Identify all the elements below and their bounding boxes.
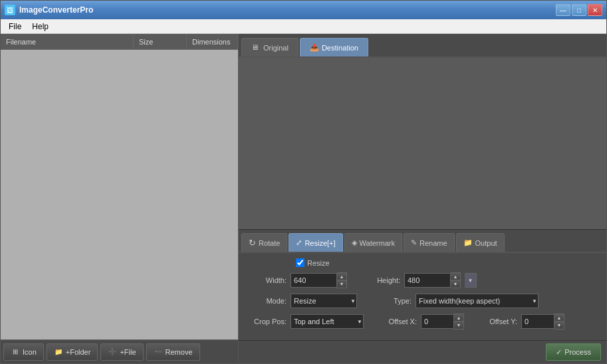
- watermark-icon: [352, 238, 357, 247]
- offset-x-label: Offset X:: [377, 318, 417, 325]
- offset-x-spinner: ▲ ▼: [421, 314, 464, 329]
- width-height-row: Width: ▲ ▼ Height: ▲ ▼: [247, 272, 598, 288]
- icon-view-button[interactable]: ⊞ Icon: [3, 343, 44, 361]
- width-spinner: ▲ ▼: [291, 272, 347, 288]
- close-button[interactable]: ✕: [588, 4, 602, 16]
- preview-tab-bar: Original Destination: [239, 34, 606, 58]
- minimize-button[interactable]: —: [556, 4, 570, 16]
- offset-y-input[interactable]: [521, 314, 554, 329]
- window-controls: — □ ✕: [556, 4, 602, 16]
- preview-area: [239, 58, 606, 229]
- remove-icon: ➖: [154, 347, 163, 357]
- tab-output[interactable]: Output: [456, 233, 505, 252]
- type-select-container: Fixed width(keep aspect) Fixed height(ke…: [416, 294, 539, 308]
- menu-file[interactable]: File: [3, 21, 27, 33]
- menu-help[interactable]: Help: [27, 21, 54, 33]
- main-content: Filename Size Dimensions ⊞ Icon 📁 +Folde…: [1, 34, 606, 363]
- crop-pos-label: Crop Pos:: [247, 318, 287, 325]
- grid-icon: ⊞: [11, 347, 20, 357]
- app-icon: 🖼: [5, 5, 15, 15]
- crop-pos-select[interactable]: Top and Left Top Center Top Right Center…: [291, 314, 364, 329]
- height-spinner-buttons: ▲ ▼: [451, 272, 461, 288]
- maximize-button[interactable]: □: [572, 4, 586, 16]
- crop-pos-select-container: Top and Left Top Center Top Right Center…: [291, 314, 364, 329]
- offset-y-down-button[interactable]: ▼: [554, 321, 564, 329]
- output-icon: [463, 238, 473, 247]
- mode-select[interactable]: Resize Crop Fit Stretch: [291, 294, 357, 308]
- col-header-dimensions: Dimensions: [187, 34, 238, 49]
- remove-button[interactable]: ➖ Remove: [146, 343, 200, 361]
- col-header-size: Size: [134, 34, 187, 49]
- offset-y-spinner: ▲ ▼: [521, 314, 564, 329]
- tab-watermark[interactable]: Watermark: [344, 233, 402, 252]
- width-down-button[interactable]: ▼: [337, 280, 346, 288]
- crop-offset-row: Crop Pos: Top and Left Top Center Top Ri…: [247, 314, 598, 329]
- rename-icon: [411, 238, 417, 247]
- offset-x-down-button[interactable]: ▼: [454, 321, 463, 329]
- rotate-icon: [249, 238, 256, 248]
- bottom-toolbar: ⊞ Icon 📁 +Folder ➕ +File ➖ Remove: [1, 339, 238, 363]
- tab-resize[interactable]: Resize[+]: [289, 233, 342, 252]
- upload-icon: [310, 43, 319, 52]
- offset-y-up-button[interactable]: ▲: [554, 314, 564, 321]
- height-up-button[interactable]: ▲: [451, 273, 460, 280]
- tab-rotate[interactable]: Rotate: [241, 233, 287, 252]
- tab-original[interactable]: Original: [241, 38, 299, 56]
- file-add-icon: ➕: [108, 347, 117, 357]
- width-spinner-buttons: ▲ ▼: [337, 272, 347, 288]
- process-button[interactable]: ✓ Process: [546, 343, 601, 361]
- offset-y-spinner-buttons: ▲ ▼: [554, 314, 564, 329]
- title-bar: 🖼 ImageConverterPro — □ ✕: [1, 1, 606, 19]
- mode-select-container: Resize Crop Fit Stretch ▼: [291, 294, 357, 308]
- width-input[interactable]: [291, 273, 337, 288]
- width-label: Width:: [247, 276, 287, 284]
- file-list-body[interactable]: [1, 50, 238, 339]
- width-up-button[interactable]: ▲: [337, 273, 346, 280]
- resize-checkbox-row: Resize: [247, 258, 598, 267]
- monitor-icon: [251, 43, 261, 52]
- app-title: ImageConverterPro: [19, 5, 556, 15]
- file-list-header: Filename Size Dimensions: [1, 34, 238, 50]
- offset-x-up-button[interactable]: ▲: [454, 314, 463, 321]
- folder-add-icon: 📁: [54, 347, 63, 357]
- resize-checkbox-label[interactable]: Resize: [296, 258, 330, 267]
- mode-type-row: Mode: Resize Crop Fit Stretch ▼ Type:: [247, 294, 598, 308]
- resize-icon: [296, 238, 302, 247]
- add-file-button[interactable]: ➕ +File: [100, 343, 143, 361]
- offset-x-spinner-buttons: ▲ ▼: [454, 314, 464, 329]
- height-spinner: ▲ ▼: [404, 272, 461, 288]
- settings-panel: Resize Width: ▲ ▼ Height:: [239, 253, 606, 340]
- tab-rename[interactable]: Rename: [404, 233, 455, 252]
- height-dropdown-button[interactable]: ▼: [465, 273, 477, 288]
- type-label: Type:: [372, 297, 412, 305]
- type-select[interactable]: Fixed width(keep aspect) Fixed height(ke…: [416, 294, 539, 308]
- col-header-filename: Filename: [1, 34, 134, 49]
- height-input[interactable]: [404, 273, 451, 288]
- right-panel: Original Destination Rotate Resize[+]: [239, 34, 606, 363]
- tab-destination[interactable]: Destination: [300, 38, 368, 56]
- add-folder-button[interactable]: 📁 +Folder: [47, 343, 98, 361]
- settings-tab-bar: Rotate Resize[+] Watermark Rename Output: [239, 229, 606, 253]
- menu-bar: File Help: [1, 19, 606, 34]
- offset-x-input[interactable]: [421, 314, 454, 329]
- resize-checkbox[interactable]: [296, 258, 304, 267]
- file-panel: Filename Size Dimensions ⊞ Icon 📁 +Folde…: [1, 34, 239, 363]
- height-label: Height:: [360, 276, 400, 284]
- height-down-button[interactable]: ▼: [451, 280, 460, 288]
- process-area: ✓ Process: [239, 340, 606, 363]
- mode-label: Mode:: [247, 297, 287, 305]
- main-window: 🖼 ImageConverterPro — □ ✕ File Help File…: [0, 0, 607, 364]
- checkmark-icon: ✓: [556, 348, 562, 357]
- offset-y-label: Offset Y:: [477, 318, 517, 325]
